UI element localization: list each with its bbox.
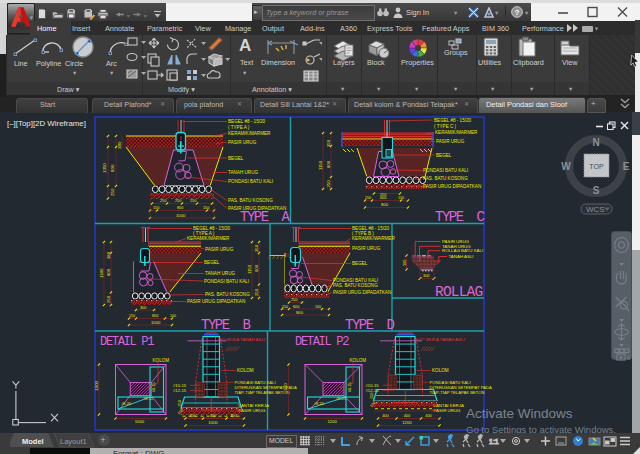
svg-text:( TYPE C ): ( TYPE C ) [434,124,457,129]
svg-text:BEGEL #8 - 15/20: BEGEL #8 - 15/20 [434,118,472,123]
svg-text:250: 250 [106,295,111,303]
svg-text:KOLOM: KOLOM [153,358,170,363]
svg-text:PASIR URUG DIPADATKAN: PASIR URUG DIPADATKAN [333,290,391,295]
svg-text:600: 600 [254,264,259,272]
svg-text:PASIR URUG: PASIR URUG [352,246,381,251]
svg-text:250: 250 [254,288,259,296]
svg-text:400: 400 [210,414,216,418]
svg-text:PAS. BATU KOSONG: PAS. BATU KOSONG [423,176,468,181]
svg-text:380: 380 [117,141,122,149]
svg-text:1200: 1200 [328,419,338,424]
svg-text:1150: 1150 [318,160,323,170]
svg-text:+: + [101,435,106,445]
svg-text:E: E [623,161,630,172]
svg-text:PASIR URUG DIPADATKAN: PASIR URUG DIPADATKAN [187,299,245,304]
svg-text:?: ? [515,8,520,17]
svg-text:MUKA TANAH ASLI: MUKA TANAH ASLI [227,337,266,342]
svg-text:TYPE D: TYPE D [345,317,394,333]
svg-text:KOLOM: KOLOM [432,368,449,373]
svg-text:600: 600 [293,305,299,309]
svg-text:250: 250 [110,188,115,196]
svg-text:TIAP-TIAP TELAPAK BETON: TIAP-TIAP TELAPAK BETON [430,390,485,395]
svg-text:250: 250 [160,199,166,203]
svg-text:150: 150 [365,196,371,200]
svg-text:PONDASI BATU KALI: PONDASI BATU KALI [228,179,273,184]
svg-text:800: 800 [326,160,331,168]
svg-text:250: 250 [291,298,297,302]
svg-text:N: N [592,137,599,148]
svg-text:TANAH URUG: TANAH URUG [205,271,235,276]
svg-text:800: 800 [106,268,111,276]
svg-text:PAS. BATU KOSONG: PAS. BATU KOSONG [228,198,273,203]
svg-text:1000: 1000 [94,381,99,391]
svg-text:W: W [561,161,571,172]
svg-text:150: 150 [398,196,404,200]
svg-text:Layout1: Layout1 [60,437,87,446]
svg-text:BEGEL: BEGEL [204,260,220,265]
svg-text:#8-15: #8-15 [143,397,153,401]
svg-text:( TYPE A ): ( TYPE A ) [228,125,250,130]
svg-text:PAS. BATU KOSONG: PAS. BATU KOSONG [333,283,378,288]
svg-text:300: 300 [403,260,407,266]
svg-text:800: 800 [283,383,288,391]
svg-text:#8-15: #8-15 [348,382,352,392]
svg-text:250: 250 [190,199,196,203]
svg-text:PASIR URUG: PASIR URUG [239,408,267,413]
svg-text:TYPE C: TYPE C [435,209,484,225]
svg-text:KERAMIK/MARMER: KERAMIK/MARMER [435,130,478,135]
svg-text:1350: 1350 [102,163,107,173]
svg-text:PAS. BATU KOSONG: PAS. BATU KOSONG [205,292,250,297]
svg-text:TANAH URUG: TANAH URUG [228,170,258,175]
svg-text:#12-15: #12-15 [366,388,380,393]
svg-text:#8-15: #8-15 [152,382,156,392]
svg-text:1000: 1000 [151,320,161,325]
svg-text:800: 800 [177,206,183,210]
svg-text:1:1: 1:1 [489,438,499,445]
svg-text:BEGEL: BEGEL [436,153,452,158]
svg-text:150: 150 [282,305,288,309]
svg-text:1200: 1200 [402,420,412,425]
svg-text:250: 250 [326,180,331,188]
svg-text:1300: 1300 [99,268,104,278]
svg-text:KOLOM: KOLOM [350,358,367,363]
svg-text:#12-15: #12-15 [173,388,187,393]
svg-text:800: 800 [110,164,115,172]
svg-text:PASIR URUG: PASIR URUG [434,408,462,413]
svg-text:300: 300 [140,306,146,310]
svg-text:DETAIL P1: DETAIL P1 [100,335,154,349]
svg-text:100: 100 [315,305,321,309]
svg-text:BEGEL #8 - 15/20: BEGEL #8 - 15/20 [228,119,266,124]
svg-text:150: 150 [129,314,135,318]
svg-text:400: 400 [404,414,410,418]
svg-text:350: 350 [326,139,331,147]
svg-text:TOP: TOP [589,163,604,170]
svg-text:800: 800 [296,310,304,315]
svg-text:600: 600 [380,196,386,200]
svg-text:KERAMIK/MARMER: KERAMIK/MARMER [228,131,271,136]
svg-text:#8-25: #8-25 [336,397,346,401]
svg-text:KOLOM: KOLOM [237,368,254,373]
svg-text:1000: 1000 [208,420,218,425]
svg-text:MUKA TANAH ASLI: MUKA TANAH ASLI [426,337,465,342]
svg-text:800: 800 [152,314,158,318]
svg-text:BEGEL: BEGEL [228,156,244,161]
svg-text:380: 380 [106,251,111,259]
svg-text:#8-20: #8-20 [121,402,131,406]
svg-text:WCS: WCS [586,205,605,214]
svg-text:PASIR URUG DIPADATKAN: PASIR URUG DIPADATKAN [423,184,481,189]
svg-text:100: 100 [170,314,176,318]
svg-text:1150: 1150 [247,264,252,274]
svg-text:250: 250 [178,400,182,406]
svg-text:400: 400 [425,414,431,418]
svg-text:800: 800 [381,202,389,207]
svg-text:300: 300 [189,414,195,418]
svg-text:250: 250 [370,393,374,399]
svg-text:#8-20: #8-20 [314,402,324,406]
svg-text:KERAMIK/WARMER: KERAMIK/WARMER [352,236,395,241]
svg-text:ROLLAG: ROLLAG [435,284,483,300]
svg-text:1000: 1000 [176,213,186,218]
svg-text:S: S [593,185,600,196]
svg-text:150: 150 [203,206,209,210]
svg-text:300: 300 [230,414,236,418]
svg-text:Model: Model [22,437,44,446]
